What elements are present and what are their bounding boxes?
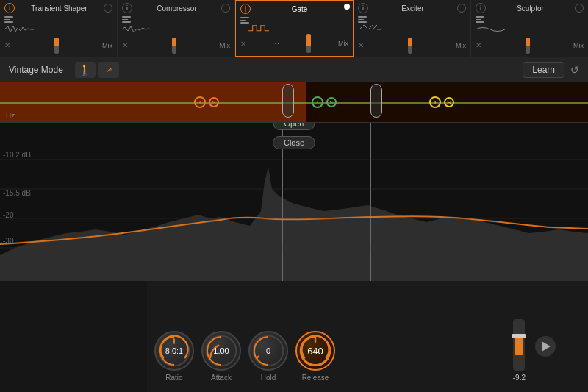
hold-knob-container: 0 Hold bbox=[248, 331, 288, 382]
plugin-power-icon[interactable]: i bbox=[4, 3, 15, 13]
band-dot-3-i[interactable]: i bbox=[429, 96, 441, 108]
hold-knob-value: 0 bbox=[266, 346, 270, 355]
svg-point-12 bbox=[254, 336, 284, 366]
mix-label: Mix bbox=[102, 42, 112, 49]
plugin-settings-icon[interactable] bbox=[104, 4, 112, 13]
mix-fader-comp[interactable] bbox=[172, 38, 176, 54]
main-display: i S i S i S Hz -10.2 dB -15.5 dB -20 -30 bbox=[0, 82, 588, 281]
dots-icon: ⋯ bbox=[272, 40, 279, 48]
band-dot-3-s[interactable]: S bbox=[444, 97, 454, 107]
close-icon-comp[interactable]: ✕ bbox=[122, 41, 128, 49]
fader-thumb[interactable] bbox=[512, 334, 526, 338]
ratio-knob-label: Ratio bbox=[165, 374, 182, 382]
svg-line-1 bbox=[364, 25, 368, 29]
plugin-waveform-comp bbox=[122, 23, 151, 36]
open-label: Open bbox=[284, 123, 304, 128]
plugin-power-icon-scl[interactable]: i bbox=[476, 3, 486, 13]
refresh-icon[interactable]: ↺ bbox=[570, 64, 579, 76]
menu-lines-exc bbox=[358, 16, 367, 23]
svg-point-13 bbox=[301, 336, 331, 366]
plugin-controls-gate: ✕ ⋯ Mix bbox=[240, 34, 348, 53]
mix-fader-exc[interactable] bbox=[408, 38, 412, 54]
plugin-name-scl: Sculptor bbox=[486, 4, 575, 13]
band-dot-1-s[interactable]: S bbox=[209, 97, 219, 107]
open-threshold-btn[interactable]: Open bbox=[273, 123, 315, 130]
plugin-settings-exc[interactable] bbox=[457, 4, 466, 13]
cursor-mode-btn[interactable]: ↗ bbox=[98, 62, 119, 78]
plugin-waveform-transient bbox=[4, 23, 34, 36]
plugin-power-icon-exc[interactable]: i bbox=[358, 3, 368, 13]
close-icon-scl[interactable]: ✕ bbox=[476, 41, 481, 49]
plugin-name-transient: Transient Shaper bbox=[15, 4, 104, 13]
menu-lines-icon bbox=[4, 16, 13, 23]
learn-label: Learn bbox=[532, 65, 555, 75]
plugin-icons-comp bbox=[122, 16, 131, 23]
plugin-strip: i Transient Shaper ✕ Mix i Compressor bbox=[0, 0, 588, 57]
bottom-controls: 8.0:1 Ratio 1.00 Attack 0 bbox=[0, 281, 588, 392]
plugin-controls-transient: ✕ Mix bbox=[4, 38, 112, 54]
plugin-slot-exciter[interactable]: i Exciter ✕ Mix bbox=[354, 0, 471, 57]
plugin-controls-exc: ✕ Mix bbox=[358, 38, 466, 54]
attack-knob-value: 1.00 bbox=[213, 346, 229, 355]
output-fader-track[interactable] bbox=[513, 319, 525, 371]
band-dot-2-s[interactable]: S bbox=[326, 97, 337, 107]
close-icon-gate[interactable]: ✕ bbox=[240, 40, 246, 48]
ratio-knob-svg bbox=[156, 331, 193, 371]
plugin-slot-transient-shaper[interactable]: i Transient Shaper ✕ Mix bbox=[0, 0, 118, 57]
mode-icons: 🚶 ↗ bbox=[75, 62, 119, 78]
plugin-icons-row bbox=[4, 16, 13, 23]
plugin-slot-compressor[interactable]: i Compressor ✕ Mix bbox=[118, 0, 235, 57]
waveform-display: -10.2 dB -15.5 dB -20 -30 Open Close bbox=[0, 123, 588, 281]
mix-label-gate: Mix bbox=[338, 40, 348, 47]
plugin-settings-comp[interactable] bbox=[221, 4, 230, 13]
svg-line-0 bbox=[359, 25, 364, 29]
release-knob[interactable]: 640 bbox=[295, 331, 335, 371]
plugin-controls-comp: ✕ Mix bbox=[122, 38, 230, 54]
mix-label-comp: Mix bbox=[220, 42, 230, 49]
svg-point-9 bbox=[159, 336, 190, 366]
ratio-knob-container: 8.0:1 Ratio bbox=[154, 331, 194, 382]
person-mode-btn[interactable]: 🚶 bbox=[75, 62, 96, 78]
close-label: Close bbox=[284, 138, 304, 147]
attack-knob[interactable]: 1.00 bbox=[201, 331, 241, 371]
band-group-3: i S bbox=[429, 96, 454, 108]
plugin-waveform-exc bbox=[358, 23, 387, 36]
learn-button[interactable]: Learn bbox=[523, 62, 564, 78]
svg-line-2 bbox=[368, 25, 373, 29]
mix-fader-scl[interactable] bbox=[526, 38, 530, 54]
band-handle-1[interactable] bbox=[282, 84, 294, 118]
band-handle-2[interactable] bbox=[370, 84, 382, 118]
plugin-settings-scl[interactable] bbox=[575, 4, 584, 13]
mix-label-exc: Mix bbox=[456, 42, 466, 49]
plugin-power-icon-gate[interactable]: i bbox=[240, 4, 251, 14]
release-knob-value: 640 bbox=[307, 346, 323, 357]
menu-lines-scl bbox=[476, 16, 484, 23]
plugin-name-comp: Compressor bbox=[132, 4, 221, 13]
plugin-waveform-scl bbox=[476, 23, 505, 36]
vintage-mode-label: Vintage Mode bbox=[9, 65, 63, 75]
mode-bar: Vintage Mode 🚶 ↗ Learn ↺ bbox=[0, 57, 588, 82]
ratio-knob[interactable]: 8.0:1 bbox=[154, 331, 194, 371]
close-icon[interactable]: ✕ bbox=[4, 41, 10, 49]
band-dot-1-i[interactable]: i bbox=[194, 96, 206, 108]
close-threshold-btn[interactable]: Close bbox=[273, 136, 315, 149]
band-group-1: i S bbox=[194, 96, 219, 108]
mix-fader-gate[interactable] bbox=[306, 34, 311, 53]
mix-label-scl: Mix bbox=[573, 42, 584, 49]
hold-knob-svg bbox=[250, 331, 287, 371]
plugin-icons-exc bbox=[358, 16, 367, 23]
plugin-slot-sculptor[interactable]: i Sculptor ✕ Mix bbox=[471, 0, 588, 57]
ratio-knob-value: 8.0:1 bbox=[165, 346, 183, 355]
close-icon-exc[interactable]: ✕ bbox=[358, 41, 364, 49]
hold-knob-label: Hold bbox=[261, 374, 276, 382]
mix-fader[interactable] bbox=[54, 38, 59, 54]
plugin-slot-gate[interactable]: i Gate ✕ ⋯ Mix bbox=[235, 0, 354, 57]
release-knob-svg bbox=[297, 331, 334, 371]
release-knob-label: Release bbox=[302, 374, 329, 382]
attack-knob-label: Attack bbox=[211, 374, 232, 382]
play-button[interactable] bbox=[535, 336, 556, 357]
plugin-power-icon-comp[interactable]: i bbox=[122, 3, 132, 13]
hold-knob[interactable]: 0 bbox=[248, 331, 288, 371]
band-dot-2-i[interactable]: i bbox=[312, 96, 323, 108]
freq-label: Hz bbox=[6, 112, 15, 120]
